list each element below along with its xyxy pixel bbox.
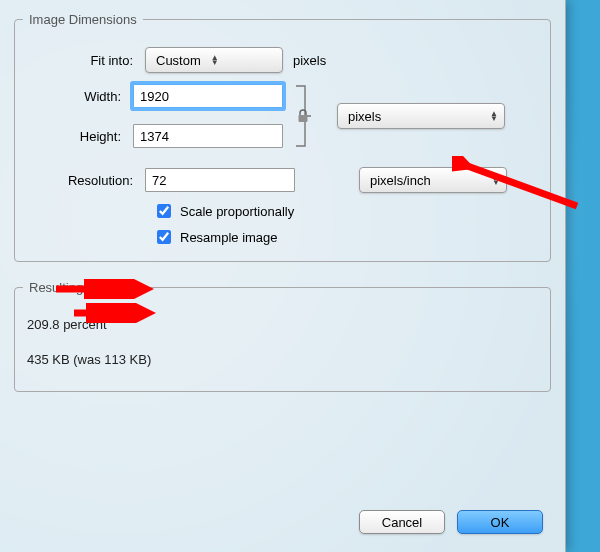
resulting-size-legend: Resulting Size [23,280,118,295]
height-label: Height: [23,129,133,144]
resample-image-label: Resample image [180,230,278,245]
fit-into-unit: pixels [293,53,326,68]
fit-into-select[interactable]: Custom ▲▼ [145,47,283,73]
resulting-filesize: 435 KB (was 113 KB) [23,342,542,377]
fit-into-label: Fit into: [23,53,145,68]
link-bracket [283,84,323,148]
image-dimensions-group: Image Dimensions Fit into: Custom ▲▼ pix… [14,12,551,262]
resulting-size-group: Resulting Size 209.8 percent 435 KB (was… [14,280,551,392]
size-unit-value: pixels [348,109,381,124]
width-input[interactable] [133,84,283,108]
cancel-button[interactable]: Cancel [359,510,445,534]
dialog-panel: Image Dimensions Fit into: Custom ▲▼ pix… [0,0,566,552]
resolution-label: Resolution: [23,173,145,188]
size-unit-select[interactable]: pixels ▲▼ [337,103,505,129]
height-input[interactable] [133,124,283,148]
image-dimensions-legend: Image Dimensions [23,12,143,27]
updown-icon: ▲▼ [490,111,498,121]
updown-icon: ▲▼ [492,175,500,185]
dialog-buttons: Cancel OK [359,510,543,534]
width-label: Width: [23,89,133,104]
resolution-unit-select[interactable]: pixels/inch ▲▼ [359,167,507,193]
scale-proportionally-label: Scale proportionally [180,204,294,219]
resolution-input[interactable] [145,168,295,192]
ok-button[interactable]: OK [457,510,543,534]
resulting-percent: 209.8 percent [23,307,542,342]
fit-into-value: Custom [156,53,201,68]
scale-proportionally-checkbox[interactable] [157,204,171,218]
resample-image-checkbox[interactable] [157,230,171,244]
updown-icon: ▲▼ [211,55,219,65]
resolution-unit-value: pixels/inch [370,173,431,188]
